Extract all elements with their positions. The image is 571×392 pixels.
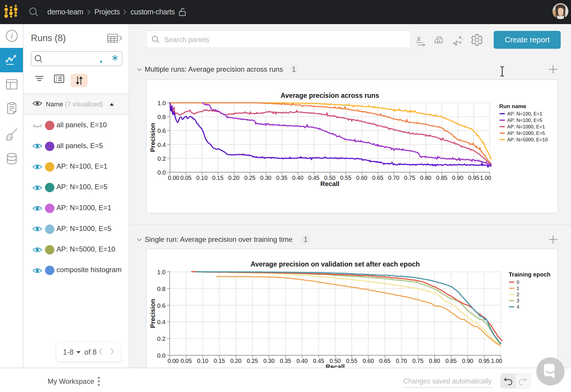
svg-text:0.65: 0.65 xyxy=(372,175,383,181)
svg-text:0.95: 0.95 xyxy=(468,175,479,181)
svg-text:0.90: 0.90 xyxy=(462,358,473,364)
svg-text:AP: N=1000, E=1: AP: N=1000, E=1 xyxy=(507,124,545,129)
svg-text:Training epoch: Training epoch xyxy=(509,271,550,278)
svg-text:0.15: 0.15 xyxy=(214,358,225,364)
svg-text:0.60: 0.60 xyxy=(363,358,374,364)
svg-text:0.0: 0.0 xyxy=(157,352,166,359)
svg-text:i: i xyxy=(11,31,13,40)
svg-text:1.00: 1.00 xyxy=(480,175,491,181)
svg-text:0.6: 0.6 xyxy=(158,127,166,134)
svg-text:0.2: 0.2 xyxy=(158,155,166,162)
svg-text:Recall: Recall xyxy=(320,180,340,187)
svg-text:Average precision across runs: Average precision across runs xyxy=(281,92,379,99)
svg-text:0.4: 0.4 xyxy=(158,141,166,148)
svg-text:0.10: 0.10 xyxy=(197,358,208,364)
svg-text:1.0: 1.0 xyxy=(157,269,166,275)
svg-text:0.90: 0.90 xyxy=(452,175,463,181)
svg-text:0.05: 0.05 xyxy=(181,358,192,364)
svg-text:0.80: 0.80 xyxy=(429,358,440,364)
svg-text:1.00: 1.00 xyxy=(491,358,502,364)
svg-text:3: 3 xyxy=(517,298,519,303)
svg-text:Run name: Run name xyxy=(499,103,526,109)
svg-text:0.30: 0.30 xyxy=(260,175,271,181)
svg-text:4: 4 xyxy=(517,304,519,309)
svg-text:0.55: 0.55 xyxy=(346,358,357,364)
svg-text:0.20: 0.20 xyxy=(228,175,240,181)
svg-text:0.05: 0.05 xyxy=(180,175,191,181)
svg-text:0.80: 0.80 xyxy=(420,175,431,181)
svg-text:0.95: 0.95 xyxy=(479,358,490,364)
svg-text:0.40: 0.40 xyxy=(292,175,303,181)
svg-text:0.10: 0.10 xyxy=(196,175,208,181)
svg-text:0.0: 0.0 xyxy=(158,169,166,176)
svg-text:AP: N=5000, E=10: AP: N=5000, E=10 xyxy=(507,137,548,142)
svg-text:0.6: 0.6 xyxy=(157,302,166,309)
svg-text:AP: N=1000, E=5: AP: N=1000, E=5 xyxy=(507,130,545,136)
svg-text:0.8: 0.8 xyxy=(157,285,166,292)
svg-text:2: 2 xyxy=(517,292,519,297)
svg-text:Precision: Precision xyxy=(149,123,156,152)
svg-text:0.35: 0.35 xyxy=(280,358,291,364)
svg-text:0.85: 0.85 xyxy=(436,175,447,181)
svg-text:0.25: 0.25 xyxy=(244,175,256,181)
svg-text:0.45: 0.45 xyxy=(308,175,319,181)
svg-text:0.4: 0.4 xyxy=(157,319,166,325)
svg-text:0.35: 0.35 xyxy=(276,175,288,181)
svg-text:0.70: 0.70 xyxy=(388,175,399,181)
svg-text:AP: N=100, E=5: AP: N=100, E=5 xyxy=(507,118,542,123)
svg-text:0.15: 0.15 xyxy=(212,175,223,181)
svg-text:0.00: 0.00 xyxy=(168,358,179,364)
svg-text:0.75: 0.75 xyxy=(404,175,415,181)
svg-text:0.00: 0.00 xyxy=(168,175,179,181)
svg-text:0.60: 0.60 xyxy=(356,175,368,181)
svg-text:0.75: 0.75 xyxy=(413,358,424,364)
svg-text:0.30: 0.30 xyxy=(263,358,275,364)
svg-text:0.40: 0.40 xyxy=(296,358,308,364)
svg-text:AP: N=100, E=1: AP: N=100, E=1 xyxy=(507,111,542,116)
svg-text:0.20: 0.20 xyxy=(230,358,241,364)
svg-text:1: 1 xyxy=(517,286,519,291)
svg-text:Recall: Recall xyxy=(326,363,345,368)
svg-text:0.70: 0.70 xyxy=(396,358,407,364)
svg-text:0.55: 0.55 xyxy=(340,175,351,181)
svg-text:0.25: 0.25 xyxy=(247,358,258,364)
svg-text:0.85: 0.85 xyxy=(445,358,457,364)
svg-text:1.0: 1.0 xyxy=(158,100,166,106)
svg-text:0.8: 0.8 xyxy=(158,113,166,120)
svg-text:0.2: 0.2 xyxy=(157,335,166,342)
svg-text:Precision: Precision xyxy=(149,299,156,328)
svg-text:0.65: 0.65 xyxy=(379,358,390,364)
svg-text:0: 0 xyxy=(517,279,519,285)
svg-text:Average precision on validatio: Average precision on validation set afte… xyxy=(251,260,420,268)
svg-text:0.45: 0.45 xyxy=(313,358,324,364)
